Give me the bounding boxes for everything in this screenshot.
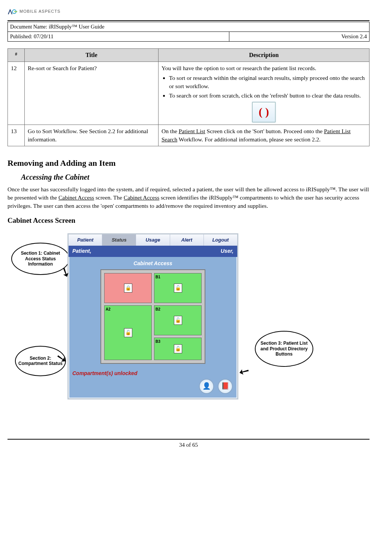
tab-alert[interactable]: Alert — [170, 234, 204, 246]
row-num: 12 — [8, 62, 25, 125]
row-title: Re-sort or Search for Patient? — [25, 62, 159, 125]
col-header-desc: Description — [159, 49, 370, 62]
patient-list-button[interactable]: 👤 — [199, 379, 214, 394]
col-header-title: Title — [25, 49, 159, 62]
compartment-a1[interactable]: 🔒 — [104, 273, 152, 303]
unlock-icon: 🔓 — [174, 344, 182, 353]
compartment-b2[interactable]: B2 🔓 — [154, 305, 202, 335]
desc-intro: You will have the option to sort or rese… — [162, 65, 316, 71]
unlock-icon: 🔓 — [124, 328, 132, 337]
compartment-b1[interactable]: B1 🔓 — [154, 273, 202, 303]
bottom-icon-row: 👤 📕 — [69, 379, 237, 398]
patient-list-link: Patient List — [179, 128, 205, 134]
tab-status[interactable]: Status — [102, 234, 136, 246]
desc-bullet: To sort or research within the original … — [169, 74, 366, 90]
steps-table: # Title Description 12 Re-sort or Search… — [7, 48, 370, 146]
desc-bullet: To search or sort from scratch, click on… — [169, 92, 366, 100]
table-row: 12 Re-sort or Search for Patient? You wi… — [8, 62, 370, 125]
top-rule — [7, 20, 370, 21]
doc-name-value: iRISupply™ User Guide — [49, 24, 105, 30]
row-num: 13 — [8, 125, 25, 146]
row-desc: You will have the option to sort or rese… — [159, 62, 370, 125]
unlock-icon: 🔓 — [174, 316, 182, 325]
user-label: User, — [221, 248, 233, 255]
body-paragraph: Once the user has successfully logged in… — [7, 185, 370, 210]
cabinet-access-title: Cabinet Access — [69, 257, 237, 270]
section-heading: Removing and Adding an Item — [7, 158, 370, 169]
cabinet-grid: 🔒 B1 🔓 A2 🔓 B2 🔓 B3 🔓 — [100, 269, 205, 364]
row-title: Go to Sort Workflow. See Section 2.2 for… — [25, 125, 159, 146]
cabinet-access-link: Cabinet Access — [124, 194, 159, 201]
status-text: Compartment(s) unlocked — [69, 368, 237, 379]
col-header-num: # — [8, 49, 25, 62]
page-number: 34 of 65 — [7, 441, 370, 449]
compartment-b3[interactable]: B3 🔓 — [154, 338, 202, 360]
compartment-a2[interactable]: A2 🔓 — [104, 305, 152, 360]
logo-row: MOBILE ASPECTS — [7, 8, 370, 16]
tab-logout[interactable]: Logout — [204, 234, 237, 246]
doc-name-label: Document Name: — [10, 24, 47, 30]
callout-section-3: Section 3: Patient List and Product Dire… — [255, 331, 313, 367]
product-directory-button[interactable]: 📕 — [218, 379, 233, 394]
published-date: 07/20/11 — [34, 33, 54, 39]
cabinet-access-link: Cabinet Access — [58, 194, 94, 201]
version-text: Version 2.4 — [229, 32, 370, 42]
unlock-icon: 🔓 — [174, 284, 182, 293]
published-label: Published: — [10, 34, 32, 39]
doc-meta-table: Document Name: iRISupply™ User Guide Pub… — [7, 22, 370, 42]
footer-rule — [7, 439, 370, 440]
patient-user-bar: Patient, User, — [69, 246, 237, 257]
tab-patient[interactable]: Patient — [69, 234, 102, 246]
tab-bar: Patient Status Usage Alert Logout — [69, 234, 237, 246]
lock-icon: 🔒 — [124, 284, 132, 293]
table-row: 13 Go to Sort Workflow. See Section 2.2 … — [8, 125, 370, 146]
tab-usage[interactable]: Usage — [136, 234, 170, 246]
logo-text: MOBILE ASPECTS — [19, 9, 60, 14]
patient-label: Patient, — [72, 248, 91, 255]
logo-icon — [7, 8, 17, 16]
app-window: Patient Status Usage Alert Logout Patien… — [67, 233, 238, 399]
refresh-icon[interactable]: ( ) — [252, 102, 275, 122]
subsection-heading: Accessing the Cabinet — [21, 172, 370, 182]
screen-heading: Cabinet Access Screen — [7, 216, 370, 226]
row-desc: On the Patient List Screen click on the … — [159, 125, 370, 146]
cabinet-access-figure: Section 1: Cabinet Access Status Informa… — [7, 233, 370, 428]
